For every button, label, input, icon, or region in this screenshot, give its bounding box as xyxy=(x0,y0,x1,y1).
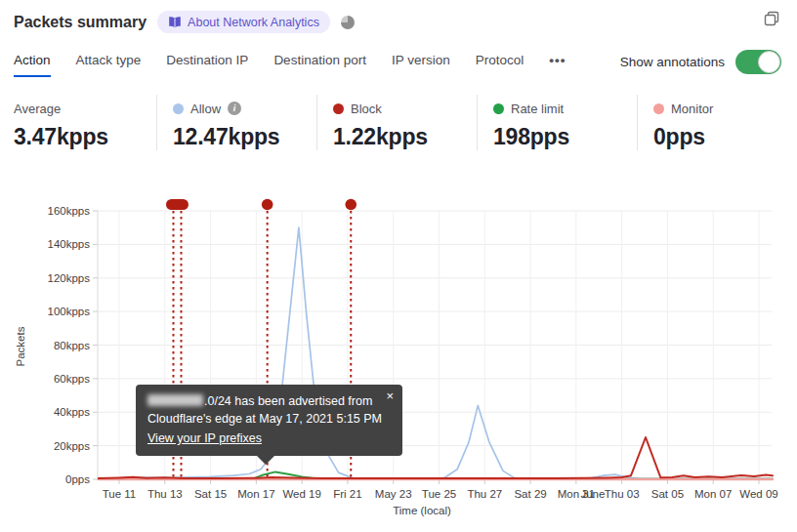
y-tick-label: 100kpps xyxy=(48,306,91,317)
y-axis-title: Packets xyxy=(15,326,26,366)
annotation-tooltip: × .0/24 has been advertised from Cloudfl… xyxy=(136,385,402,456)
annotation-marker-pill xyxy=(166,199,189,210)
x-tick-label: Tue 11 xyxy=(103,488,137,500)
x-tick-label: Tue 25 xyxy=(422,488,456,500)
x-axis-title: Time (local) xyxy=(393,505,451,516)
x-tick-label: Fri 21 xyxy=(333,488,361,500)
close-icon[interactable]: × xyxy=(386,388,394,405)
x-tick-label: Mon 07 xyxy=(694,488,732,500)
x-tick-label: Sat 05 xyxy=(651,488,684,500)
y-tick-label: 20kpps xyxy=(54,440,90,452)
x-tick-label: May 23 xyxy=(375,488,412,500)
redacted-ip-prefix xyxy=(147,394,203,406)
x-tick-label: Mon 17 xyxy=(237,488,274,500)
annotation-marker-dot xyxy=(345,199,357,211)
tooltip-message: .0/24 has been advertised from Cloudflar… xyxy=(147,392,391,428)
y-tick-label: 60kpps xyxy=(54,373,90,385)
x-tick-label: Wed 19 xyxy=(282,488,320,500)
y-tick-label: 160kpps xyxy=(48,205,91,217)
x-month-label: June xyxy=(580,488,605,500)
y-tick-label: 140kpps xyxy=(48,238,91,250)
x-tick-label: Sat 29 xyxy=(514,488,546,500)
packets-summary-panel: Packets summary About Network Analytics … xyxy=(0,0,797,532)
tooltip-arrow xyxy=(257,456,274,465)
x-tick-label: Wed 09 xyxy=(739,488,777,500)
y-tick-label: 0pps xyxy=(65,473,90,485)
annotation-marker-dot xyxy=(262,199,273,211)
x-tick-label: Thu 27 xyxy=(467,488,502,500)
view-ip-prefixes-link[interactable]: View your IP prefixes xyxy=(147,430,262,447)
x-tick-label: Thu 03 xyxy=(605,488,640,500)
y-tick-label: 120kpps xyxy=(48,272,91,284)
y-tick-label: 80kpps xyxy=(54,340,90,351)
x-tick-label: Thu 13 xyxy=(147,488,183,500)
y-tick-label: 40kpps xyxy=(54,406,90,418)
x-tick-label: Sat 15 xyxy=(194,488,227,500)
